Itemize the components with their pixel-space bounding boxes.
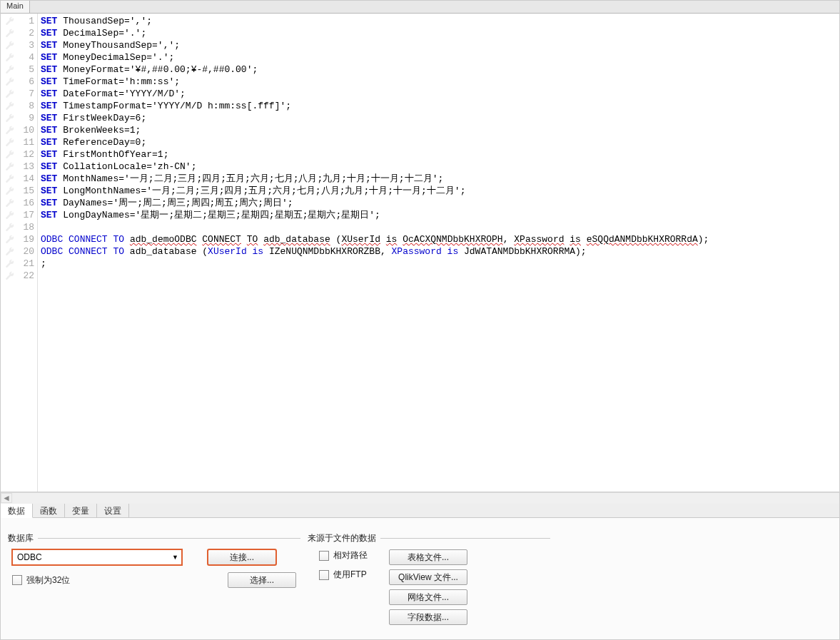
code-line[interactable]: SET DecimalSep='.'; [41, 27, 839, 39]
code-line[interactable]: SET LongMonthNames='一月;二月;三月;四月;五月;六月;七月… [41, 185, 839, 197]
code-line[interactable]: ; [41, 258, 839, 270]
table-files-button[interactable]: 表格文件... [389, 549, 467, 565]
filedata-legend: 来源于文件的数据 [308, 532, 380, 544]
web-files-button[interactable]: 网络文件... [389, 589, 467, 605]
editor-tab-main[interactable]: Main [1, 1, 30, 13]
code-line[interactable]: SET ReferenceDay=0; [41, 136, 839, 148]
use-ftp-checkbox[interactable] [319, 570, 329, 580]
gutter-line: 3 [1, 39, 37, 51]
gutter-line: 5 [1, 64, 37, 76]
gutter-line: 8 [1, 100, 37, 112]
force-32bit-label: 强制为32位 [26, 574, 70, 586]
force-32bit-checkbox[interactable] [12, 575, 22, 585]
database-legend: 数据库 [8, 532, 38, 544]
gutter-line: 16 [1, 197, 37, 209]
gutter-line: 7 [1, 88, 37, 100]
gutter: 12345678910111213141516171819202122 [1, 14, 38, 492]
scroll-left-icon[interactable]: ◄ [1, 493, 12, 503]
tab-settings[interactable]: 设置 [97, 504, 129, 517]
bottom-panel: 数据 函数 变量 设置 数据库 ODBC ▼ 连接... [1, 504, 839, 639]
gutter-line: 4 [1, 51, 37, 64]
code-line[interactable] [41, 221, 839, 233]
gutter-line: 9 [1, 112, 37, 124]
gutter-line: 14 [1, 173, 37, 185]
tab-data[interactable]: 数据 [1, 504, 33, 518]
code-line[interactable]: SET DayNames='周一;周二;周三;周四;周五;周六;周日'; [41, 197, 839, 209]
code-line[interactable]: SET MoneyDecimalSep='.'; [41, 51, 839, 64]
gutter-line: 13 [1, 161, 37, 173]
connect-button[interactable]: 连接... [208, 549, 276, 565]
gutter-line: 18 [1, 221, 37, 233]
code-line[interactable]: SET TimestampFormat='YYYY/M/D h:mm:ss[.f… [41, 100, 839, 112]
gutter-line: 10 [1, 124, 37, 136]
caret-down-icon: ▼ [172, 554, 178, 561]
code-line[interactable]: ODBC CONNECT TO adb_database (XUserId is… [41, 245, 839, 258]
gutter-line: 6 [1, 76, 37, 88]
horizontal-scrollbar[interactable]: ◄ [1, 492, 839, 504]
code-line[interactable]: SET ThousandSep=','; [41, 15, 839, 27]
code-content[interactable]: SET ThousandSep=',';SET DecimalSep='.';S… [38, 14, 839, 492]
filedata-group: 来源于文件的数据 相对路径 使用FTP 表格文件... QlikView 文件.… [308, 527, 550, 631]
gutter-line: 17 [1, 209, 37, 221]
code-line[interactable] [41, 270, 839, 282]
gutter-line: 15 [1, 185, 37, 197]
code-line[interactable]: SET CollationLocale='zh-CN'; [41, 161, 839, 173]
relative-path-checkbox[interactable] [319, 551, 329, 561]
code-line[interactable]: SET MoneyThousandSep=','; [41, 39, 839, 51]
code-line[interactable]: SET TimeFormat='h:mm:ss'; [41, 76, 839, 88]
gutter-line: 11 [1, 136, 37, 148]
tab-variables[interactable]: 变量 [65, 504, 97, 517]
code-editor[interactable]: 12345678910111213141516171819202122 SET … [1, 14, 839, 492]
field-data-button[interactable]: 字段数据... [389, 609, 467, 625]
gutter-line: 12 [1, 148, 37, 161]
bottom-tabs: 数据 函数 变量 设置 [1, 504, 839, 518]
code-line[interactable]: SET MoneyFormat='¥#,##0.00;¥-#,##0.00'; [41, 64, 839, 76]
code-line[interactable]: SET BrokenWeeks=1; [41, 124, 839, 136]
editor-tabs: Main [1, 1, 839, 14]
code-line[interactable]: SET LongDayNames='星期一;星期二;星期三;星期四;星期五;星期… [41, 209, 839, 221]
gutter-line: 1 [1, 15, 37, 27]
gutter-line: 20 [1, 245, 37, 258]
code-line[interactable]: SET MonthNames='一月;二月;三月;四月;五月;六月;七月;八月;… [41, 173, 839, 185]
database-type-value: ODBC [17, 552, 42, 562]
database-type-select[interactable]: ODBC ▼ [12, 549, 182, 565]
relative-path-label: 相对路径 [333, 549, 368, 562]
gutter-line: 2 [1, 27, 37, 39]
database-group: 数据库 ODBC ▼ 连接... 强制为32位 选择... [8, 527, 300, 631]
code-line[interactable]: SET FirstMonthOfYear=1; [41, 148, 839, 161]
qlikview-files-button[interactable]: QlikView 文件... [389, 569, 467, 585]
code-line[interactable]: SET FirstWeekDay=6; [41, 112, 839, 124]
tab-functions[interactable]: 函数 [33, 504, 65, 517]
gutter-line: 21 [1, 258, 37, 270]
select-button[interactable]: 选择... [228, 572, 296, 588]
code-line[interactable]: SET DateFormat='YYYY/M/D'; [41, 88, 839, 100]
code-line[interactable]: ODBC CONNECT TO adb_demoODBC CONNECT TO … [41, 233, 839, 245]
gutter-line: 22 [1, 270, 37, 282]
gutter-line: 19 [1, 233, 37, 245]
use-ftp-label: 使用FTP [333, 569, 367, 581]
